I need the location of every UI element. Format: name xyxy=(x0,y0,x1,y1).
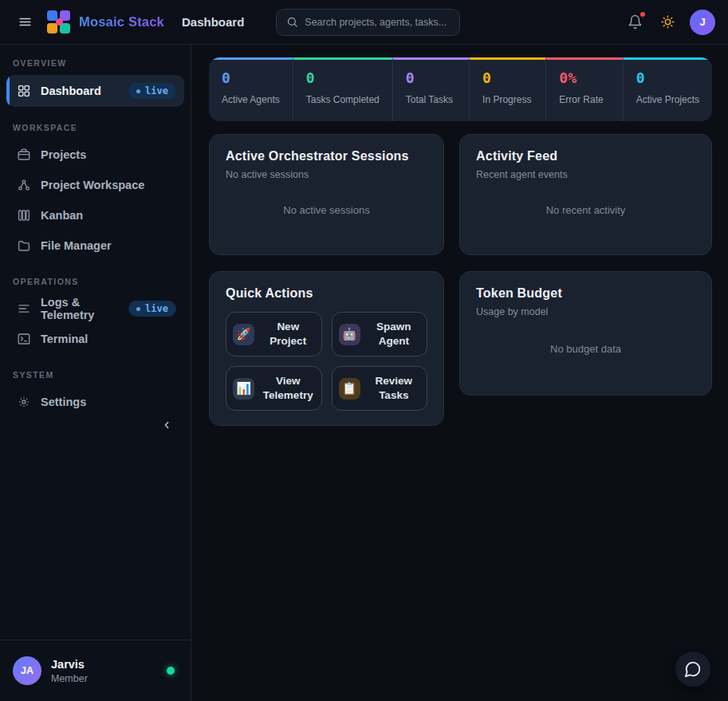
stat-label: Tasks Completed xyxy=(306,94,380,105)
clipboard-icon: 📋 xyxy=(339,378,360,400)
stat-label: In Progress xyxy=(482,94,533,105)
sidebar-item-label: File Manager xyxy=(41,239,112,252)
logs-icon xyxy=(17,301,31,316)
stat-label: Total Tasks xyxy=(406,94,456,105)
sidebar-item-project-workspace[interactable]: Project Workspace xyxy=(6,170,184,200)
empty-state: No budget data xyxy=(476,317,695,380)
grid-icon xyxy=(17,84,31,98)
live-badge: live xyxy=(128,83,176,99)
card-title: Active Orchestrator Sessions xyxy=(226,149,427,163)
sidebar-item-logs-telemetry[interactable]: Logs & Telemetry live xyxy=(6,293,184,324)
chat-fab-button[interactable] xyxy=(675,652,710,687)
quick-actions-card: Quick Actions 🚀 New Project 🤖 Spawn Agen… xyxy=(209,271,444,426)
quick-actions-grid: 🚀 New Project 🤖 Spawn Agent 📊 View Telem… xyxy=(226,312,427,411)
stat-value: 0 xyxy=(306,69,380,87)
sidebar-item-projects[interactable]: Projects xyxy=(6,140,184,170)
bell-icon xyxy=(628,14,643,30)
sidebar-item-dashboard[interactable]: Dashboard live xyxy=(6,75,184,107)
stat-active-agents: 0 Active Agents xyxy=(209,57,293,121)
stat-label: Active Agents xyxy=(222,94,280,105)
token-budget-card: Token Budget Usage by model No budget da… xyxy=(459,271,712,396)
card-title: Activity Feed xyxy=(476,149,695,163)
notifications-button[interactable] xyxy=(624,11,646,33)
action-label: Review Tasks xyxy=(368,374,421,402)
card-subtitle: Usage by model xyxy=(476,306,695,317)
stat-active-projects: 0 Active Projects xyxy=(623,57,712,121)
stat-value: 0 xyxy=(482,69,533,87)
section-label-system: SYSTEM xyxy=(13,370,178,380)
live-dot-icon xyxy=(136,307,140,311)
folder-icon xyxy=(17,238,31,253)
sidebar: OVERVIEW Dashboard live WORKSPACE Projec… xyxy=(0,45,191,701)
card-title: Quick Actions xyxy=(226,286,427,301)
stat-total-tasks: 0 Total Tasks xyxy=(392,57,469,121)
main-content: 0 Active Agents 0 Tasks Completed 0 Tota… xyxy=(191,45,728,701)
spawn-agent-button[interactable]: 🤖 Spawn Agent xyxy=(332,312,428,356)
sidebar-item-label: Projects xyxy=(41,148,86,161)
stat-label: Error Rate xyxy=(559,94,609,105)
columns-icon xyxy=(17,208,31,223)
sidebar-item-kanban[interactable]: Kanban xyxy=(6,200,184,230)
sidebar-collapse-button[interactable] xyxy=(155,414,178,439)
search-bar[interactable] xyxy=(276,9,460,36)
nodes-icon xyxy=(17,178,31,192)
stat-value: 0 xyxy=(222,69,280,87)
user-avatar: JA xyxy=(13,656,41,685)
card-subtitle: Recent agent events xyxy=(476,169,695,180)
card-subtitle: No active sessions xyxy=(226,169,427,180)
terminal-icon xyxy=(17,332,31,346)
bar-chart-icon: 📊 xyxy=(233,378,254,400)
action-label: View Telemetry xyxy=(262,374,315,402)
notification-dot xyxy=(640,12,645,17)
sidebar-item-settings[interactable]: Settings xyxy=(6,387,184,417)
review-tasks-button[interactable]: 📋 Review Tasks xyxy=(332,366,428,411)
chat-bubble-icon xyxy=(684,660,702,678)
sidebar-item-label: Logs & Telemetry xyxy=(41,296,119,321)
app-window: Mosaic Stack Dashboard J OVERVIEW xyxy=(0,0,728,701)
sidebar-item-label: Settings xyxy=(41,396,86,408)
search-icon xyxy=(286,16,298,28)
briefcase-icon xyxy=(17,148,31,162)
new-project-button[interactable]: 🚀 New Project xyxy=(226,312,322,356)
card-title: Token Budget xyxy=(476,286,695,301)
section-label-overview: OVERVIEW xyxy=(13,58,178,68)
empty-state: No recent activity xyxy=(476,180,695,240)
sidebar-item-file-manager[interactable]: File Manager xyxy=(6,230,184,261)
view-telemetry-button[interactable]: 📊 View Telemetry xyxy=(226,366,322,411)
stat-value: 0% xyxy=(559,69,609,87)
user-avatar-button[interactable]: J xyxy=(690,10,715,35)
breadcrumb: Dashboard xyxy=(182,15,244,29)
empty-state: No active sessions xyxy=(226,180,427,240)
chevron-left-icon xyxy=(160,419,173,431)
menu-button[interactable] xyxy=(14,11,36,33)
sidebar-item-label: Dashboard xyxy=(41,85,101,97)
theme-toggle-button[interactable] xyxy=(657,11,679,33)
action-label: Spawn Agent xyxy=(368,320,421,348)
sidebar-item-label: Kanban xyxy=(41,209,83,222)
user-name: Jarvis xyxy=(51,658,88,671)
action-label: New Project xyxy=(262,320,315,348)
stat-error-rate: 0% Error Rate xyxy=(545,57,622,121)
stat-in-progress: 0 In Progress xyxy=(469,57,545,121)
brand-name: Mosaic Stack xyxy=(79,14,164,30)
online-status-dot xyxy=(167,667,175,675)
section-label-workspace: WORKSPACE xyxy=(13,123,178,132)
gear-icon xyxy=(17,395,31,409)
stat-label: Active Projects xyxy=(636,94,699,105)
live-dot-icon xyxy=(136,89,140,93)
hamburger-icon xyxy=(18,14,33,30)
robot-icon: 🤖 xyxy=(339,324,360,345)
mosaic-logo-icon xyxy=(47,10,71,34)
sidebar-nav: OVERVIEW Dashboard live WORKSPACE Projec… xyxy=(0,45,191,640)
live-badge: live xyxy=(128,301,176,317)
search-input[interactable] xyxy=(305,17,450,28)
user-card[interactable]: JA Jarvis Member xyxy=(0,640,191,701)
stat-value: 0 xyxy=(406,69,456,87)
user-info: Jarvis Member xyxy=(51,658,88,684)
sidebar-item-terminal[interactable]: Terminal xyxy=(6,324,184,354)
stats-row: 0 Active Agents 0 Tasks Completed 0 Tota… xyxy=(209,57,712,121)
header-actions: J xyxy=(624,10,715,35)
sun-icon xyxy=(660,14,675,30)
activity-feed-card: Activity Feed Recent agent events No rec… xyxy=(459,134,712,255)
avatar-initial: J xyxy=(699,16,705,28)
